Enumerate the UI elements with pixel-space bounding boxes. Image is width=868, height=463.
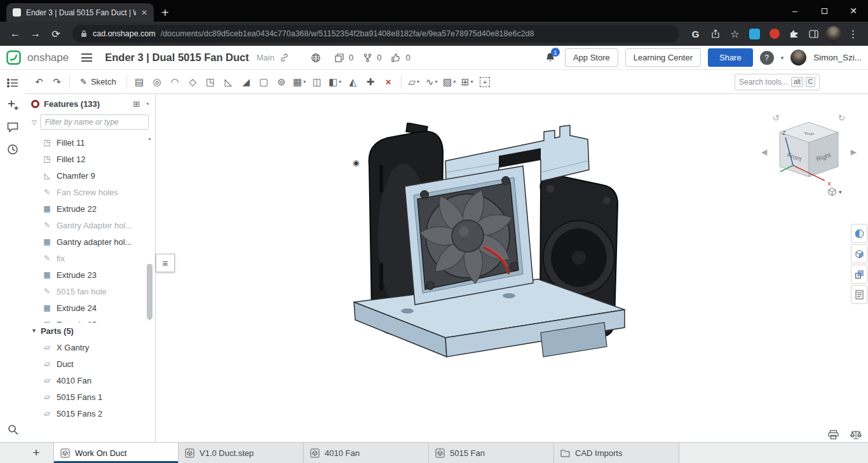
bookmark-star-icon[interactable]: ☆ <box>726 28 743 40</box>
view-options-cube-icon[interactable]: ▾ <box>827 187 842 197</box>
browser-avatar[interactable] <box>825 26 842 42</box>
part-row[interactable]: ▱5015 Fans 2 <box>25 405 155 422</box>
part-row[interactable]: ▱Duct <box>25 356 155 372</box>
undo-icon[interactable]: ↶ <box>31 73 48 91</box>
minimize-button[interactable]: – <box>780 0 810 22</box>
new-tab-button[interactable]: + <box>161 6 169 19</box>
tab-close-icon[interactable]: ✕ <box>141 8 147 17</box>
rollback-end-icon[interactable]: ◔ <box>144 99 149 109</box>
share-page-icon[interactable] <box>707 29 724 38</box>
copies-icon[interactable] <box>335 53 344 62</box>
share-button[interactable]: Share <box>708 48 753 67</box>
google-icon[interactable]: G <box>687 29 704 39</box>
feature-row[interactable]: ▦Extrude 22 <box>25 200 155 217</box>
browser-tab[interactable]: Ender 3 | Dual 5015 Fan Duct | W ✕ <box>6 3 154 22</box>
insert-feature-icon[interactable] <box>6 99 19 111</box>
doc-tab-cad-imports[interactable]: CAD Imports <box>554 443 679 463</box>
extension-icon-blue[interactable] <box>746 29 763 39</box>
view-cube[interactable]: ◀ ▶ ↺ ↻ Top Front Right Z X ▾ <box>761 102 857 202</box>
maximize-button[interactable] <box>810 0 839 22</box>
boolean-icon[interactable]: ◧▾ <box>327 73 344 91</box>
back-button[interactable]: ← <box>6 28 24 39</box>
mate-connector-icon[interactable]: + <box>477 73 494 91</box>
add-tab-button[interactable]: + <box>25 443 47 463</box>
notifications-bell-icon[interactable]: 1 <box>545 52 555 63</box>
part-row[interactable]: ▱5015 Fans 1 <box>25 389 155 405</box>
measure-scale-icon[interactable] <box>850 430 862 439</box>
public-globe-icon[interactable] <box>311 53 321 63</box>
search-viewport-icon[interactable] <box>6 423 19 436</box>
feature-row[interactable]: ▦Extrude 24 <box>25 300 155 316</box>
parts-section-header[interactable]: ▼ Parts (5) <box>25 322 155 339</box>
viewport[interactable]: ◉ <box>156 94 868 442</box>
feature-list-panel-icon[interactable] <box>6 76 19 89</box>
print-3d-icon[interactable] <box>828 430 839 439</box>
doc-tab-duct-step[interactable]: V1.0 Duct.step <box>179 443 304 463</box>
forks-icon[interactable] <box>363 53 372 62</box>
revolve-icon[interactable]: ◎ <box>149 73 166 91</box>
fillet-icon[interactable]: ◳ <box>202 73 219 91</box>
doc-tab-4010-fan[interactable]: 4010 Fan <box>304 443 429 463</box>
part-row[interactable]: ▱4010 Fan <box>25 372 155 389</box>
feature-list-scrollbar[interactable]: ▲ ▼ <box>146 135 153 322</box>
chamfer-icon[interactable]: ◺ <box>220 73 237 91</box>
scrollbar-thumb[interactable] <box>147 264 153 319</box>
appearance-panel-icon[interactable] <box>851 224 867 243</box>
close-button[interactable]: ✕ <box>839 0 868 22</box>
loft-icon[interactable]: ◇ <box>184 73 201 91</box>
feature-row[interactable]: ✎fix <box>25 250 155 266</box>
feature-row[interactable]: ▦Gantry adapter hol... <box>25 233 155 250</box>
feature-row[interactable]: ✎5015 fan hole <box>25 283 155 300</box>
part-row[interactable]: ▱X Gantry <box>25 339 155 356</box>
transform-icon[interactable]: ✚ <box>362 73 379 91</box>
hole-icon[interactable]: ⊚ <box>273 73 290 91</box>
doc-tab-5015-fan[interactable]: 5015 Fan <box>429 443 554 463</box>
username[interactable]: Simon_Szi... <box>813 53 862 62</box>
extension-icon-red[interactable] <box>766 29 783 39</box>
featurescript-panel-icon[interactable] <box>851 285 867 304</box>
likes-icon[interactable] <box>391 53 400 62</box>
display-states-icon[interactable] <box>851 244 867 263</box>
feature-row[interactable]: ◳Fillet 11 <box>25 134 155 151</box>
feature-row[interactable]: ◳Fillet 12 <box>25 151 155 167</box>
feature-row[interactable]: ◺Chamfer 9 <box>25 167 155 184</box>
mirror-icon[interactable]: ◫ <box>309 73 326 91</box>
help-icon[interactable]: ? <box>760 51 774 65</box>
doc-tab-work-on-duct[interactable]: Work On Duct <box>53 443 179 463</box>
feature-row[interactable]: ✎Gantry Adapter hol... <box>25 217 155 233</box>
pattern-icon[interactable]: ▦▾ <box>291 73 308 91</box>
side-panel-icon[interactable] <box>805 30 822 38</box>
sweep-icon[interactable]: ◠ <box>166 73 184 91</box>
delete-part-icon[interactable]: × <box>380 73 397 91</box>
derived-icon[interactable]: ⊞▾ <box>459 73 476 91</box>
extrude-icon[interactable]: ▤ <box>131 73 148 91</box>
learning-center-button[interactable]: Learning Center <box>625 48 701 67</box>
refresh-button[interactable]: ⟳ <box>47 28 65 40</box>
parts-stack-icon[interactable] <box>851 265 867 284</box>
user-avatar[interactable] <box>790 50 806 66</box>
redo-icon[interactable]: ↷ <box>48 73 65 91</box>
history-panel-icon[interactable] <box>6 143 19 156</box>
insert-folder-icon[interactable]: ⊞ <box>133 99 140 109</box>
app-store-button[interactable]: App Store <box>565 48 618 67</box>
filter-input[interactable] <box>40 114 149 130</box>
feature-list-flyout-handle[interactable]: ≡ <box>156 254 175 272</box>
forward-button[interactable]: → <box>27 28 44 39</box>
browser-menu-icon[interactable]: ⋮ <box>844 28 862 40</box>
workspace-name[interactable]: Main <box>257 53 275 62</box>
draft-icon[interactable]: ◢ <box>238 73 255 91</box>
plane-icon[interactable]: ▱▾ <box>405 73 423 91</box>
shell-icon[interactable]: ▢ <box>255 73 273 91</box>
feature-row[interactable]: ▦Extrude 23 <box>25 266 155 283</box>
curve-icon[interactable]: ∿▾ <box>423 73 440 91</box>
scroll-up-icon[interactable]: ▲ <box>147 135 152 142</box>
extensions-puzzle-icon[interactable] <box>785 29 803 39</box>
feature-row[interactable]: ✎Fan Screw holes <box>25 184 155 200</box>
surface-icon[interactable]: ▨▾ <box>441 73 458 91</box>
share-link-icon[interactable] <box>280 53 289 62</box>
main-menu-icon[interactable] <box>81 53 92 62</box>
comments-panel-icon[interactable] <box>6 121 19 134</box>
search-tools-field[interactable]: Search tools... alt C <box>735 74 820 90</box>
sketch-button[interactable]: ✎Sketch <box>74 73 123 91</box>
model-3d[interactable] <box>350 123 628 385</box>
